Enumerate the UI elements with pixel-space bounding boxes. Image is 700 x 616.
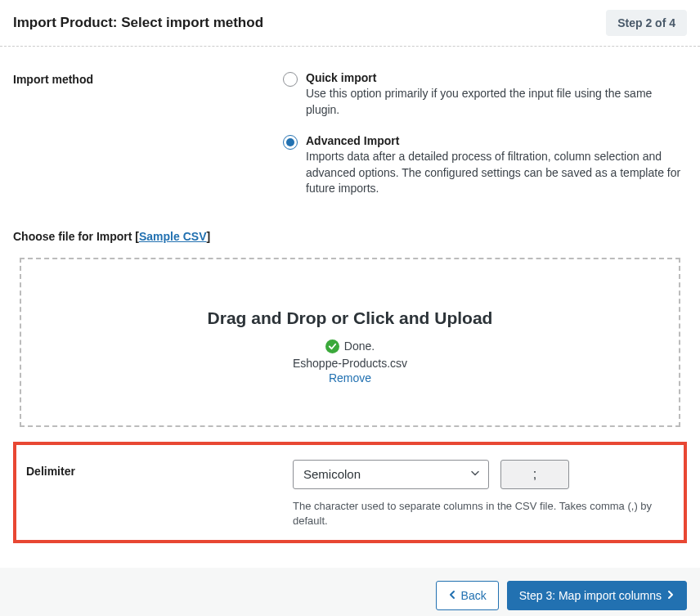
sample-csv-link[interactable]: Sample CSV	[139, 230, 206, 243]
dropzone-title: Drag and Drop or Click and Upload	[38, 308, 662, 328]
back-button[interactable]: Back	[436, 581, 499, 610]
choose-file-suffix: ]	[206, 230, 210, 243]
next-button[interactable]: Step 3: Map import columns	[507, 581, 687, 610]
back-label: Back	[461, 589, 487, 602]
next-label: Step 3: Map import columns	[519, 589, 662, 602]
file-dropzone[interactable]: Drag and Drop or Click and Upload Done. …	[20, 258, 680, 427]
delimiter-select-wrap: Semicolon	[293, 460, 489, 489]
radio-icon[interactable]	[283, 135, 298, 150]
radio-desc: Use this option primarily if you exporte…	[306, 86, 687, 118]
uploaded-filename: Eshoppe-Products.csv	[38, 357, 662, 370]
footer-bar: Back Step 3: Map import columns	[0, 568, 700, 616]
choose-file-prefix: Choose file for Import [	[13, 230, 139, 243]
radio-option-quick-import[interactable]: Quick import Use this option primarily i…	[283, 71, 687, 118]
choose-file-label: Choose file for Import [Sample CSV]	[13, 230, 687, 243]
upload-done-line: Done.	[38, 339, 662, 353]
remove-file-link[interactable]: Remove	[38, 371, 662, 384]
delimiter-controls: Semicolon The character used to separate…	[293, 460, 674, 528]
check-circle-icon	[325, 339, 339, 353]
delimiter-row: Delimiter Semicolon The character used t…	[13, 442, 687, 543]
radio-icon[interactable]	[283, 72, 298, 87]
chevron-right-icon	[666, 589, 675, 602]
delimiter-select[interactable]: Semicolon	[293, 460, 489, 489]
content-area: Import method Quick import Use this opti…	[0, 47, 700, 543]
delimiter-label: Delimiter	[26, 460, 293, 528]
import-method-label: Import method	[13, 71, 283, 197]
radio-desc: Imports data after a detailed process of…	[306, 149, 687, 197]
chevron-left-icon	[448, 589, 456, 602]
import-method-row: Import method Quick import Use this opti…	[13, 71, 687, 197]
delimiter-input[interactable]	[500, 460, 569, 489]
import-method-options: Quick import Use this option primarily i…	[283, 71, 687, 197]
radio-text: Quick import Use this option primarily i…	[306, 71, 687, 118]
radio-title: Advanced Import	[306, 134, 687, 147]
radio-text: Advanced Import Imports data after a det…	[306, 134, 687, 197]
delimiter-controls-row: Semicolon	[293, 460, 674, 489]
radio-option-advanced-import[interactable]: Advanced Import Imports data after a det…	[283, 134, 687, 197]
radio-title: Quick import	[306, 71, 687, 84]
page-title: Import Product: Select import method	[13, 15, 263, 31]
page-header: Import Product: Select import method Ste…	[0, 0, 700, 47]
delimiter-description: The character used to separate columns i…	[293, 499, 674, 528]
done-text: Done.	[344, 339, 375, 353]
step-badge: Step 2 of 4	[606, 10, 687, 36]
